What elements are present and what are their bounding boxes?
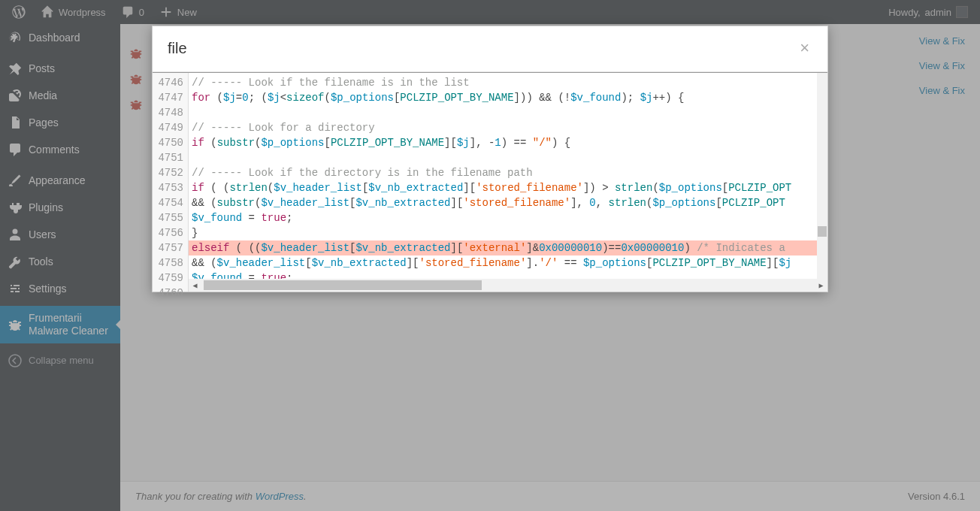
scroll-right-arrow[interactable]: ▶ bbox=[815, 279, 827, 292]
line-number: 4759 bbox=[153, 271, 188, 286]
file-modal: file × 474647474748474947504751475247534… bbox=[152, 26, 828, 292]
close-icon[interactable]: × bbox=[797, 38, 812, 58]
scroll-thumb[interactable] bbox=[204, 280, 482, 290]
line-number: 4760 bbox=[153, 286, 188, 301]
line-number: 4751 bbox=[153, 150, 188, 165]
modal-body: 4746474747484749475047514752475347544755… bbox=[153, 72, 827, 292]
line-number: 4758 bbox=[153, 256, 188, 271]
code-line[interactable]: && ($v_header_list[$v_nb_extracted]['sto… bbox=[189, 256, 827, 271]
line-number: 4752 bbox=[153, 165, 188, 180]
line-number: 4756 bbox=[153, 225, 188, 240]
code-line[interactable]: } bbox=[189, 225, 827, 240]
code-line[interactable] bbox=[189, 150, 827, 165]
code-line[interactable]: for ($j=0; ($j<sizeof($p_options[PCLZIP_… bbox=[189, 90, 827, 105]
line-number: 4754 bbox=[153, 195, 188, 210]
code-line[interactable]: // ----- Look if the filename is in the … bbox=[189, 75, 827, 90]
code-line[interactable] bbox=[189, 105, 827, 120]
code-line[interactable]: && (substr($v_header_list[$v_nb_extracte… bbox=[189, 195, 827, 210]
modal-title: file bbox=[168, 40, 187, 57]
scroll-thumb[interactable] bbox=[818, 226, 827, 237]
code-editor[interactable]: 4746474747484749475047514752475347544755… bbox=[153, 72, 827, 292]
line-number: 4749 bbox=[153, 120, 188, 135]
code-line[interactable]: $v_found = true; bbox=[189, 210, 827, 225]
horizontal-scrollbar[interactable]: ◀ ▶ bbox=[189, 279, 827, 292]
code-line[interactable]: // ----- Look if the directory is in the… bbox=[189, 165, 827, 180]
scroll-left-arrow[interactable]: ◀ bbox=[189, 279, 201, 292]
code-area[interactable]: // ----- Look if the filename is in the … bbox=[189, 73, 827, 292]
code-line[interactable]: elseif ( (($v_header_list[$v_nb_extracte… bbox=[189, 240, 827, 256]
line-gutter: 4746474747484749475047514752475347544755… bbox=[153, 73, 189, 292]
line-number: 4755 bbox=[153, 210, 188, 225]
code-line[interactable]: // ----- Look for a directory bbox=[189, 120, 827, 135]
line-number: 4757 bbox=[153, 240, 188, 256]
line-number: 4747 bbox=[153, 90, 188, 105]
code-line[interactable]: if ( (strlen($v_header_list[$v_nb_extrac… bbox=[189, 180, 827, 195]
code-line[interactable]: if (substr($p_options[PCLZIP_OPT_BY_NAME… bbox=[189, 135, 827, 150]
modal-overlay[interactable]: file × 474647474748474947504751475247534… bbox=[0, 0, 980, 511]
line-number: 4746 bbox=[153, 75, 188, 90]
line-number: 4753 bbox=[153, 180, 188, 195]
line-number: 4750 bbox=[153, 135, 188, 150]
vertical-scrollbar[interactable] bbox=[817, 73, 827, 279]
line-number: 4748 bbox=[153, 105, 188, 120]
modal-header: file × bbox=[153, 26, 827, 72]
